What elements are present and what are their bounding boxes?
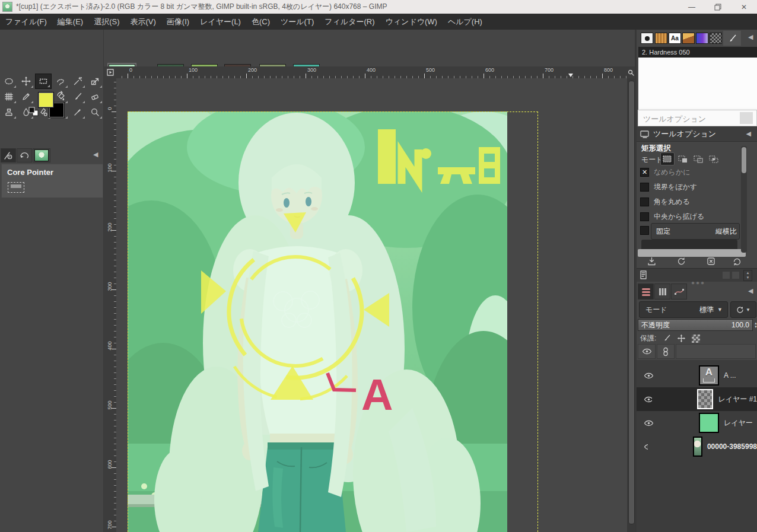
eye-icon[interactable] [644,372,654,380]
tab-paths[interactable] [671,283,687,300]
foreground-color-swatch[interactable] [38,92,54,108]
mode-subtract-button[interactable] [691,152,705,165]
fixed-frame[interactable]: 固定 縦横比 [651,223,740,240]
layer-row-image[interactable]: 00000-3985998 [637,435,757,458]
opacity-spinner[interactable]: ▲▼ [753,319,757,331]
canvas-viewport[interactable]: A [116,78,627,532]
tab-layers[interactable] [638,283,654,300]
layer-mode-dropdown[interactable]: モード 標準 ▼ [639,301,728,318]
swap-colors-icon[interactable] [56,90,65,98]
default-colors-icon[interactable] [28,107,39,116]
tool-free-select[interactable] [52,74,69,89]
close-button[interactable]: ✕ [731,0,757,14]
fixed-checkbox[interactable] [640,226,649,235]
menu-layer[interactable]: レイヤー(L) [195,14,246,30]
tool-rectangle-select[interactable] [35,74,52,89]
tool-eraser[interactable] [87,89,103,104]
reset-options-button[interactable] [730,255,743,267]
menu-tools[interactable]: ツール(T) [275,14,319,30]
menu-select[interactable]: 選択(S) [88,14,125,30]
green-layer-thumbnail[interactable] [699,413,719,433]
tool-options-vscroll-thumb[interactable] [742,147,746,173]
tool-clone[interactable] [1,104,17,120]
menu-filters[interactable]: フィルター(R) [319,14,380,30]
layer-mode-switch-button[interactable]: ▼ [730,301,756,318]
layers-dock-collapse-icon[interactable]: ◀ [748,287,753,295]
vertical-ruler[interactable]: 0 100 200 300 400 500 600 700 [104,78,117,532]
mode-intersect-button[interactable] [707,152,721,165]
visibility-column-header[interactable] [638,344,656,359]
tool-color-picker[interactable] [69,104,86,120]
spinbox-arrows[interactable]: ▲▼ [743,270,752,281]
right-dock-collapse-icon[interactable]: ◀ [748,33,753,41]
option-expand-from-center[interactable]: 中央から拡げる [640,212,704,222]
tool-pencil[interactable] [18,89,34,104]
eye-icon[interactable] [644,443,648,451]
left-dock-collapse-icon[interactable]: ◀ [93,151,98,158]
link-column-header[interactable] [657,344,675,359]
restore-button[interactable] [705,0,731,14]
tool-options-vscroll[interactable] [741,146,747,253]
tab-device-status[interactable] [1,148,16,163]
canvas-vertical-scrollbar[interactable] [627,78,635,532]
dock-grip-handle[interactable]: ●●● [691,279,705,286]
lock-position-icon[interactable] [677,334,686,343]
rounded-corners-checkbox[interactable] [640,197,649,206]
layer-row-text[interactable]: A A ... [637,364,757,387]
tool-transform[interactable] [87,74,103,89]
scrollbar-thumb[interactable] [628,81,635,524]
brush-preview-area[interactable] [638,58,757,110]
ruler-corner-menu[interactable] [104,66,117,79]
zoom-image-button[interactable] [627,66,635,79]
tool-move[interactable] [18,74,34,89]
mode-replace-button[interactable] [660,152,675,165]
option-antialias[interactable]: ✕ なめらかに [640,167,690,177]
tab-fonts[interactable]: Aa [669,33,681,44]
transparent-layer-thumbnail[interactable] [697,389,714,409]
layer-row-fill[interactable]: レイヤー [637,411,757,435]
tool-options-collapse-icon[interactable]: ◀ [746,130,751,138]
tool-paintbrush[interactable] [69,89,86,104]
menu-windows[interactable]: ウィンドウ(W) [380,14,442,30]
delete-preset-button[interactable] [704,255,717,267]
mode-add-button[interactable] [676,152,690,165]
device-active-tool-icon[interactable] [8,182,24,193]
opacity-slider[interactable]: 不透明度 100.0 [638,319,753,331]
tab-palettes[interactable] [710,33,722,44]
tool-fuzzy-select[interactable] [69,74,86,89]
restore-preset-button[interactable] [675,255,688,267]
expand-from-center-checkbox[interactable] [640,212,649,221]
lock-paint-icon[interactable] [662,334,671,343]
menu-colors[interactable]: 色(C) [246,14,275,30]
option-rounded-corners[interactable]: 角を丸める [640,197,690,207]
tool-zoom[interactable] [87,104,103,120]
tool-options-dock-header[interactable]: ツールオプション ◀ [637,126,757,142]
lock-alpha-icon[interactable] [692,335,700,343]
tab-gradients[interactable] [696,33,708,44]
save-preset-button[interactable] [645,255,658,267]
antialias-checkbox[interactable]: ✕ [640,168,649,177]
eye-icon[interactable] [644,396,652,403]
tab-image-thumbnail[interactable] [33,148,50,163]
menu-file[interactable]: ファイル(F) [0,14,52,30]
tab-patterns[interactable] [655,33,667,44]
horizontal-ruler[interactable]: 0 100 200 300 400 500 600 700 800 [116,66,627,79]
tab-document-history[interactable] [682,33,695,44]
tool-ellipse-select[interactable] [1,74,17,89]
layer-row-selected[interactable]: レイヤー #1 [637,387,757,411]
option-feather[interactable]: 境界をぼかす [640,182,697,192]
minimize-button[interactable]: — [679,0,705,14]
text-layer-thumbnail[interactable]: A [699,365,719,386]
eye-icon[interactable] [644,419,654,427]
tool-perspective-grid[interactable] [1,89,17,104]
fixed-value-entry[interactable] [641,240,737,249]
fixed-option-value[interactable]: 縦横比 [715,227,737,237]
tab-undo-history[interactable] [17,148,32,163]
image-layer-thumbnail[interactable] [693,437,702,457]
tab-channels[interactable] [654,283,670,300]
tab-brush-editor[interactable] [641,33,653,44]
feather-checkbox[interactable] [640,183,649,192]
menu-edit[interactable]: 編集(E) [52,14,88,30]
menu-view[interactable]: 表示(V) [125,14,161,30]
menu-help[interactable]: ヘルプ(H) [443,14,488,30]
